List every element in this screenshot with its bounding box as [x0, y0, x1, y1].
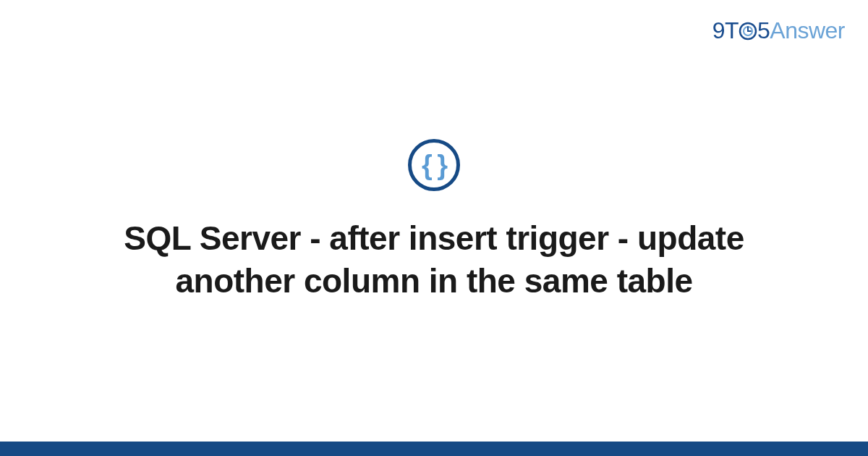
page-title: SQL Server - after insert trigger - upda… — [80, 217, 788, 303]
category-icon-circle: { } — [408, 139, 460, 191]
code-braces-icon: { } — [422, 151, 446, 179]
footer-bar — [0, 442, 868, 456]
main-content: { } SQL Server - after insert trigger - … — [0, 0, 868, 442]
